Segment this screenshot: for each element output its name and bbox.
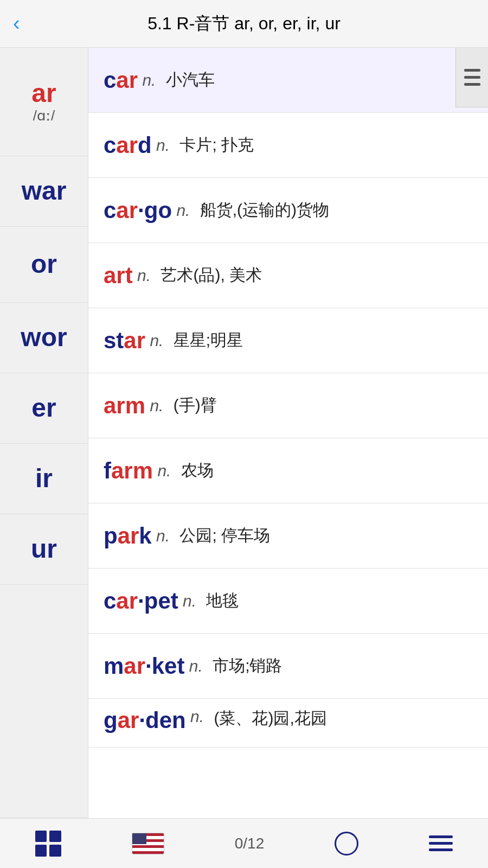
sidebar-item-ar[interactable]: ar /ɑː/ xyxy=(0,48,88,156)
word-item-art[interactable]: art n. 艺术(品), 美术 xyxy=(88,243,488,308)
pos-carpet: n. xyxy=(178,592,201,610)
phoneme-ur: ur xyxy=(31,535,57,564)
grid-cell-3 xyxy=(35,845,47,857)
word-market: mar·ket xyxy=(104,653,184,679)
menu-bar1 xyxy=(464,69,480,72)
phoneme-sidebar: ar /ɑː/ war or wor er ir ur xyxy=(0,48,88,818)
word-park: park xyxy=(104,523,152,549)
circle-button[interactable] xyxy=(324,827,369,860)
phoneme-war: war xyxy=(22,177,67,206)
word-card: card xyxy=(104,132,152,158)
pos-star: n. xyxy=(145,331,168,350)
word-garden: gar·den xyxy=(104,707,186,733)
def-arm: (手)臂 xyxy=(174,394,217,417)
sidebar-item-or[interactable]: or xyxy=(0,227,88,303)
page-title: 5.1 R-音节 ar, or, er, ir, ur xyxy=(147,12,341,36)
flag-canton xyxy=(132,833,146,845)
phoneme-wor: wor xyxy=(21,323,67,352)
def-card: 卡片; 扑克 xyxy=(179,134,254,156)
def-market: 市场;销路 xyxy=(213,655,282,677)
pos-farm: n. xyxy=(153,462,176,480)
hbar-2 xyxy=(429,842,453,845)
word-carpet: car·pet xyxy=(104,588,178,614)
grid-cell-2 xyxy=(49,831,61,843)
back-button[interactable]: ‹ xyxy=(13,12,20,35)
word-item-card[interactable]: card n. 卡片; 扑克 xyxy=(88,113,488,178)
pos-garden: n. xyxy=(186,707,209,726)
pos-art: n. xyxy=(133,266,156,285)
def-art: 艺术(品), 美术 xyxy=(160,264,262,286)
progress-display: 0/12 xyxy=(224,831,275,857)
word-item-garden[interactable]: gar·den n. (菜、花)园,花园 xyxy=(88,699,488,748)
word-car: car xyxy=(104,67,138,93)
pos-market: n. xyxy=(184,657,207,675)
def-car: 小汽车 xyxy=(166,69,215,91)
def-carpet: 地毯 xyxy=(206,590,239,612)
def-cargo: 船货,(运输的)货物 xyxy=(200,199,329,221)
pos-car: n. xyxy=(138,71,160,90)
word-item-market[interactable]: mar·ket n. 市场;销路 xyxy=(88,634,488,699)
grid-cell-4 xyxy=(49,845,61,857)
word-farm: farm xyxy=(104,458,153,484)
ipa-ar: /ɑː/ xyxy=(33,107,55,124)
sidebar-item-er[interactable]: er xyxy=(0,373,88,444)
word-item-arm[interactable]: arm n. (手)臂 xyxy=(88,373,488,438)
hamburger-icon xyxy=(429,835,453,851)
word-item-car[interactable]: car n. 小汽车 xyxy=(88,48,488,113)
menu-bar3 xyxy=(464,83,480,86)
main-content: ar /ɑː/ war or wor er ir ur xyxy=(0,48,488,818)
def-farm: 农场 xyxy=(181,459,214,482)
sidebar-item-wor[interactable]: wor xyxy=(0,303,88,373)
word-cargo: car·go xyxy=(104,197,172,224)
flag-button[interactable] xyxy=(121,828,175,859)
def-star: 星星;明星 xyxy=(174,329,243,352)
hbar-1 xyxy=(429,835,453,838)
circle-icon xyxy=(335,832,358,856)
def-garden: (菜、花)园,花园 xyxy=(214,707,326,730)
menu-bar2 xyxy=(464,76,480,79)
phoneme-ar: ar xyxy=(31,79,56,108)
us-flag-icon xyxy=(132,833,164,854)
word-item-cargo[interactable]: car·go n. 船货,(运输的)货物 xyxy=(88,178,488,243)
grid-cell-1 xyxy=(35,831,47,843)
word-item-carpet[interactable]: car·pet n. 地毯 xyxy=(88,569,488,634)
word-arm: arm xyxy=(104,393,145,419)
sidebar-item-war[interactable]: war xyxy=(0,156,88,227)
hamburger-button[interactable] xyxy=(418,831,464,856)
word-item-farm[interactable]: farm n. 农场 xyxy=(88,438,488,503)
grid-icon xyxy=(35,831,61,857)
phoneme-ir: ir xyxy=(35,464,53,493)
pos-card: n. xyxy=(152,136,175,155)
word-item-park[interactable]: park n. 公园; 停车场 xyxy=(88,503,488,569)
progress-text: 0/12 xyxy=(235,835,265,852)
sidebar-item-ur[interactable]: ur xyxy=(0,514,88,585)
sidebar-item-blank1 xyxy=(0,585,88,818)
hbar-3 xyxy=(429,848,453,851)
grid-button[interactable] xyxy=(24,826,72,861)
header: ‹ 5.1 R-音节 ar, or, er, ir, ur xyxy=(0,0,488,48)
def-park: 公园; 停车场 xyxy=(179,525,270,547)
pos-cargo: n. xyxy=(172,201,195,220)
pos-park: n. xyxy=(152,527,175,545)
list-menu-button[interactable] xyxy=(455,48,488,107)
phoneme-or: or xyxy=(31,250,57,279)
bottom-toolbar: 0/12 xyxy=(0,818,488,868)
word-star: star xyxy=(104,328,145,354)
word-item-star[interactable]: star n. 星星;明星 xyxy=(88,308,488,373)
word-list: car n. 小汽车 card n. 卡片; 扑克 car·go n. 船货,(… xyxy=(88,48,488,818)
pos-arm: n. xyxy=(145,397,168,415)
word-art: art xyxy=(104,263,133,289)
phoneme-er: er xyxy=(31,394,56,423)
sidebar-item-ir[interactable]: ir xyxy=(0,444,88,514)
